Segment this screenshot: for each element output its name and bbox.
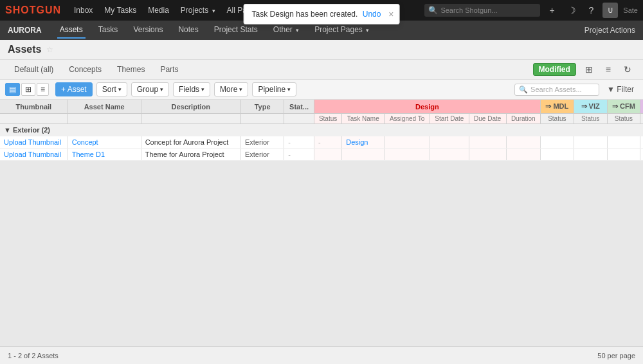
project-tab-assets[interactable]: Assets	[57, 22, 86, 39]
assets-table: Thumbnail Asset Name Description Type St…	[0, 100, 643, 161]
sub-col-cfm-status: Status	[607, 114, 640, 124]
cell-design-start-concept	[430, 136, 469, 149]
cell-mdl-themed1	[540, 149, 574, 161]
fields-button[interactable]: Fields ▾	[173, 82, 210, 96]
table-subheader-row: Status Task Name Assigned To Start Date …	[0, 114, 643, 124]
global-search-input[interactable]	[440, 6, 530, 14]
help-icon[interactable]: ?	[585, 3, 598, 17]
cell-design-assigned-concept	[385, 136, 430, 149]
favorite-star-icon[interactable]: ☆	[46, 45, 53, 54]
global-search[interactable]: 🔍	[424, 4, 540, 17]
col-header-type: Type	[240, 100, 284, 114]
toast-notification: Task Design has been created. Undo ×	[244, 4, 400, 24]
cell-design-due-themed1	[469, 149, 506, 161]
search-assets[interactable]: 🔍	[514, 84, 599, 96]
sub-col-design-assigned: Assigned To	[385, 114, 430, 124]
cell-mdl-concept	[540, 136, 574, 149]
cell-design-status-concept: -	[314, 136, 341, 149]
refresh-icon[interactable]: ↻	[620, 62, 635, 77]
toolbar-right: 🔍 ▼ Filter	[514, 83, 638, 96]
table-wrapper[interactable]: Thumbnail Asset Name Description Type St…	[0, 100, 643, 345]
cell-asset-name-concept: Concept	[68, 136, 141, 149]
col-header-description: Description	[141, 100, 240, 114]
table-body: ▼ Exterior (2) Upload Thumbnail Concept …	[0, 124, 643, 161]
sort-button[interactable]: Sort ▾	[96, 82, 127, 96]
asset-name-link-themed1[interactable]: Theme D1	[72, 150, 105, 158]
project-tab-notes[interactable]: Notes	[176, 22, 201, 39]
filter-tab-right: Modified ⊞ ≡ ↻	[533, 62, 636, 77]
col-header-cfm: ⇒ CFM	[607, 100, 640, 114]
table-row: Upload Thumbnail Concept Concept for Aur…	[0, 136, 643, 149]
cell-design-duration-themed1	[506, 149, 540, 161]
filter-tab-themes[interactable]: Themes	[111, 63, 151, 76]
cell-thumbnail-concept: Upload Thumbnail	[0, 136, 68, 149]
toast-close-button[interactable]: ×	[388, 9, 394, 19]
sub-col-design-task-name: Task Name	[342, 114, 385, 124]
filter-tab-modified[interactable]: Modified	[533, 63, 576, 76]
col-header-asset-name: Asset Name	[68, 100, 141, 114]
project-actions-button[interactable]: Project Actions	[584, 26, 635, 35]
design-task-link-concept[interactable]: Design	[346, 138, 368, 146]
col-header-viz: ⇒ VIZ	[574, 100, 607, 114]
group-expand-icon[interactable]: ▼	[4, 126, 11, 134]
search-assets-input[interactable]	[530, 86, 595, 93]
table-header-row: Thumbnail Asset Name Description Type St…	[0, 100, 643, 114]
cell-cly-concept	[640, 136, 643, 149]
upload-thumbnail-link-themed1[interactable]: Upload Thumbnail	[4, 150, 61, 158]
view-icons-group: ▤ ⊞ ≡	[5, 83, 49, 96]
filter-tab-default-all[interactable]: Default (all)	[8, 63, 60, 76]
upload-thumbnail-link-concept[interactable]: Upload Thumbnail	[4, 138, 61, 146]
nav-projects[interactable]: Projects ▾	[176, 3, 221, 17]
cell-type-themed1: Exterior	[240, 149, 284, 161]
nav-media[interactable]: Media	[143, 3, 174, 17]
pipeline-button[interactable]: Pipeline ▾	[252, 82, 296, 96]
view-icon-grid[interactable]: ⊞	[21, 83, 35, 96]
view-icon-list[interactable]: ≡	[37, 83, 49, 96]
cell-design-status-themed1	[314, 149, 341, 161]
undo-button[interactable]: Undo	[363, 10, 381, 19]
list-view-icon[interactable]: ≡	[602, 62, 615, 77]
sub-col-asset-name	[68, 114, 141, 124]
nav-my-tasks[interactable]: My Tasks	[99, 3, 141, 17]
search-icon: 🔍	[428, 6, 438, 15]
view-icon-table[interactable]: ▤	[5, 83, 20, 96]
add-asset-button[interactable]: + Asset	[55, 82, 93, 96]
group-label-exterior[interactable]: ▼ Exterior (2)	[0, 124, 643, 136]
cell-cfm-themed1	[607, 149, 640, 161]
filter-button[interactable]: ▼ Filter	[603, 83, 638, 96]
sub-col-design-start: Start Date	[430, 114, 469, 124]
group-row-exterior: ▼ Exterior (2)	[0, 124, 643, 136]
cell-design-due-concept	[469, 136, 506, 149]
assets-header: Assets ☆	[0, 40, 643, 60]
cell-design-task-themed1	[342, 149, 385, 161]
add-button[interactable]: +	[545, 3, 558, 17]
app-logo: SHOTGUN	[5, 5, 61, 16]
cell-cly-themed1	[640, 149, 643, 161]
sub-col-cly-status: Status	[640, 114, 643, 124]
cell-cfm-concept	[607, 136, 640, 149]
sub-col-mdl-status: Status	[540, 114, 574, 124]
grid-view-icon[interactable]: ⊞	[581, 62, 597, 77]
sub-col-design-status: Status	[314, 114, 341, 124]
more-button[interactable]: More ▾	[214, 82, 248, 96]
filter-tab-concepts[interactable]: Concepts	[62, 63, 108, 76]
cell-status-themed1: -	[284, 149, 314, 161]
filter-tab-parts[interactable]: Parts	[154, 63, 185, 76]
col-header-status: Stat...	[284, 100, 314, 114]
cell-design-start-themed1	[430, 149, 469, 161]
project-tab-tasks[interactable]: Tasks	[96, 22, 121, 39]
project-tab-versions[interactable]: Versions	[131, 22, 165, 39]
sub-col-type	[240, 114, 284, 124]
table-row: Upload Thumbnail Theme D1 Theme for Auro…	[0, 149, 643, 161]
avatar[interactable]: U	[602, 3, 618, 18]
group-button[interactable]: Group ▾	[131, 82, 169, 96]
col-header-thumbnail: Thumbnail	[0, 100, 68, 114]
filter-tabs-bar: Default (all) Concepts Themes Parts Modi…	[0, 60, 643, 80]
cell-design-duration-concept	[506, 136, 540, 149]
moon-icon[interactable]: ☽	[564, 3, 580, 17]
nav-inbox[interactable]: Inbox	[69, 3, 98, 17]
asset-name-link-concept[interactable]: Concept	[72, 138, 98, 146]
cell-description-concept: Concept for Aurora Project	[141, 136, 240, 149]
sub-col-viz-status: Status	[574, 114, 607, 124]
col-header-design-section: Design	[314, 100, 540, 114]
